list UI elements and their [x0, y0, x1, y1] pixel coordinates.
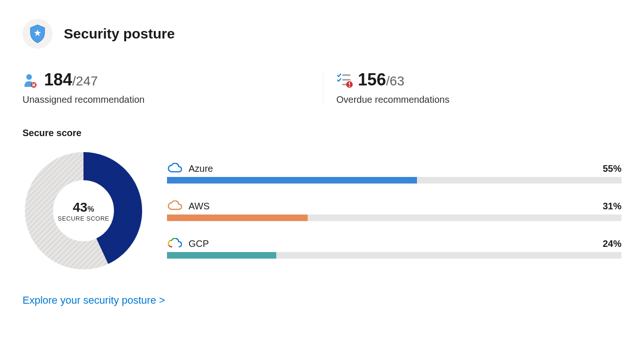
- secure-score-donut[interactable]: 43% SECURE SCORE: [23, 150, 144, 272]
- secure-score-title: Secure score: [23, 128, 621, 138]
- shield-icon: [29, 24, 46, 44]
- metric-unassigned-primary: 184: [44, 70, 72, 89]
- secure-score-percent-suffix: %: [87, 205, 94, 213]
- shield-icon-badge: [23, 19, 53, 49]
- security-posture-card: Security posture 184/247 Unassig: [0, 0, 644, 325]
- provider-bar-track: [167, 177, 621, 184]
- provider-row-gcp[interactable]: GCP24%: [167, 238, 621, 259]
- provider-bar-track: [167, 252, 621, 259]
- person-unassigned-icon: [23, 73, 38, 88]
- metric-unassigned-label: Unassigned recommendation: [23, 94, 323, 105]
- secure-score-center-label: SECURE SCORE: [58, 215, 109, 222]
- provider-name: GCP: [189, 238, 596, 249]
- secure-score-percent: 43: [73, 200, 87, 214]
- explore-security-posture-link[interactable]: Explore your security posture >: [23, 294, 165, 306]
- provider-percent: 31%: [603, 201, 621, 212]
- metric-unassigned[interactable]: 184/247 Unassigned recommendation: [23, 71, 323, 105]
- metric-unassigned-secondary: 247: [76, 74, 98, 88]
- svg-point-10: [349, 85, 350, 87]
- provider-name: AWS: [189, 201, 596, 212]
- provider-bars: Azure55%AWS31%GCP24%: [167, 163, 621, 259]
- svg-point-1: [26, 74, 32, 80]
- cloud-icon-aws: [167, 200, 182, 212]
- provider-bar-track: [167, 214, 621, 221]
- provider-bar-fill: [167, 214, 308, 221]
- provider-row-azure[interactable]: Azure55%: [167, 163, 621, 184]
- provider-bar-fill: [167, 177, 417, 184]
- provider-bar-fill: [167, 252, 276, 259]
- provider-row-aws[interactable]: AWS31%: [167, 200, 621, 221]
- metrics-row: 184/247 Unassigned recommendation: [23, 71, 621, 105]
- provider-percent: 55%: [603, 163, 621, 174]
- card-title: Security posture: [64, 26, 175, 42]
- secure-score-row: 43% SECURE SCORE Azure55%AWS31%GCP24%: [23, 150, 621, 272]
- cloud-icon-gcp: [167, 238, 182, 249]
- metric-overdue[interactable]: 156/63 Overdue recommendations: [323, 71, 449, 105]
- provider-name: Azure: [189, 163, 596, 174]
- metric-overdue-label: Overdue recommendations: [336, 94, 449, 105]
- metric-overdue-secondary: 63: [390, 74, 404, 88]
- provider-percent: 24%: [603, 238, 621, 249]
- overdue-list-icon: [336, 73, 351, 88]
- metric-overdue-primary: 156: [358, 70, 386, 89]
- card-header: Security posture: [23, 19, 621, 49]
- cloud-icon-azure: [167, 163, 182, 174]
